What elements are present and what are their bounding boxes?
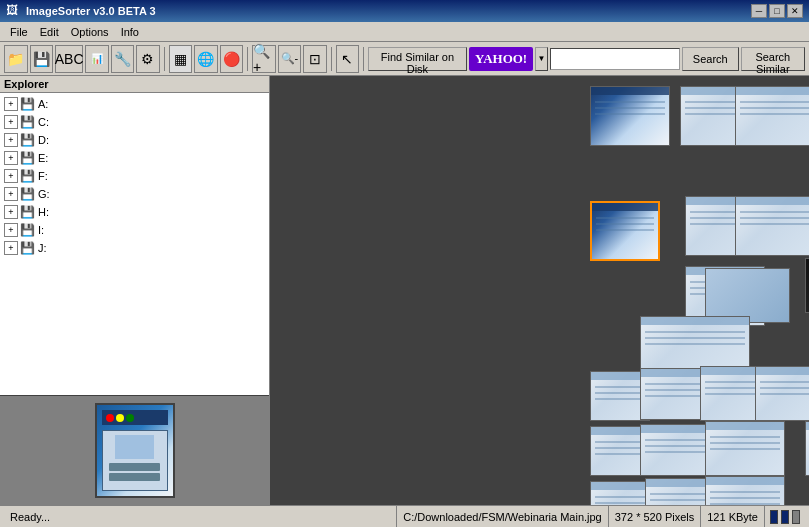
thumbnail-item[interactable]: [590, 201, 660, 261]
view-btn[interactable]: ▦: [169, 45, 193, 73]
title-bar: 🖼 ImageSorter v3.0 BETA 3 ─ □ ✕: [0, 0, 809, 22]
menu-edit[interactable]: Edit: [34, 24, 65, 40]
tree-item-drive-F[interactable]: +💾F:: [2, 167, 267, 185]
yahoo-search-container: YAHOO! ▼ Search Search Similar: [469, 47, 805, 71]
tree-item-drive-A[interactable]: +💾A:: [2, 95, 267, 113]
tree-item-drive-E[interactable]: +💾E:: [2, 149, 267, 167]
tree-item-drive-D[interactable]: +💾D:: [2, 131, 267, 149]
sidebar: Explorer +💾A:+💾C:+💾D:+💾E:+💾F:+💾G:+💾H:+💾I…: [0, 76, 270, 505]
yahoo-logo: YAHOO!: [469, 47, 533, 71]
status-dimensions: 372 * 520 Pixels: [609, 506, 702, 527]
fit-btn[interactable]: ⊡: [303, 45, 327, 73]
globe-btn[interactable]: 🌐: [194, 45, 218, 73]
menu-file[interactable]: File: [4, 24, 34, 40]
tree-item-drive-G[interactable]: +💾G:: [2, 185, 267, 203]
yahoo-dropdown[interactable]: ▼: [535, 47, 548, 71]
tool3-button[interactable]: 🔧: [111, 45, 135, 73]
thumbnail-item[interactable]: [705, 421, 785, 476]
main-area: Explorer +💾A:+💾C:+💾D:+💾E:+💾F:+💾G:+💾H:+💾I…: [0, 76, 809, 505]
thumbnails-container: REZQREZQREZQ: [270, 76, 809, 505]
search-similar-button[interactable]: Search Similar: [741, 47, 805, 71]
thumbnail-item[interactable]: [590, 86, 670, 146]
zoom-in-btn[interactable]: 🔍+: [252, 45, 276, 73]
status-bar: Ready... C:/Downloaded/FSM/Webinaria Mai…: [0, 505, 809, 527]
search-input[interactable]: [550, 48, 680, 70]
chart-button[interactable]: 📊: [85, 45, 109, 73]
status-ready: Ready...: [4, 506, 397, 527]
image-area[interactable]: REZQREZQREZQ: [270, 76, 809, 505]
separator-2: [247, 47, 248, 71]
open-button[interactable]: 📁: [4, 45, 28, 73]
tree-item-drive-C[interactable]: +💾C:: [2, 113, 267, 131]
separator-3: [331, 47, 332, 71]
status-indicators: [765, 506, 805, 527]
close-button[interactable]: ✕: [787, 4, 803, 18]
circle-btn[interactable]: 🔴: [220, 45, 244, 73]
text-button[interactable]: ABC: [55, 45, 83, 73]
tree-item-drive-I[interactable]: +💾I:: [2, 221, 267, 239]
separator-4: [363, 47, 364, 71]
thumbnail-item[interactable]: [640, 316, 750, 371]
menu-bar: File Edit Options Info: [0, 22, 809, 42]
explorer-header: Explorer: [0, 76, 269, 93]
tool4-button[interactable]: ⚙: [136, 45, 160, 73]
thumbnail-item[interactable]: [735, 86, 809, 146]
thumbnail-preview: [95, 403, 175, 498]
toolbar: 📁 💾 ABC 📊 🔧 ⚙ ▦ 🌐 🔴 🔍+ 🔍- ⊡ ↖ Find Simil…: [0, 42, 809, 76]
size-indicator-2: [781, 510, 789, 524]
thumbnail-item[interactable]: [705, 268, 790, 323]
minimize-button[interactable]: ─: [751, 4, 767, 18]
sidebar-thumbnail: [0, 395, 269, 505]
find-similar-disk-button[interactable]: Find Similar on Disk: [368, 47, 467, 71]
pointer-btn[interactable]: ↖: [336, 45, 360, 73]
app-icon: 🖼: [6, 3, 22, 19]
zoom-out-btn[interactable]: 🔍-: [278, 45, 302, 73]
window-controls: ─ □ ✕: [751, 4, 803, 18]
tree-item-drive-H[interactable]: +💾H:: [2, 203, 267, 221]
maximize-button[interactable]: □: [769, 4, 785, 18]
size-indicator-1: [770, 510, 778, 524]
app-title: ImageSorter v3.0 BETA 3: [26, 5, 751, 17]
menu-info[interactable]: Info: [115, 24, 145, 40]
tree-view[interactable]: +💾A:+💾C:+💾D:+💾E:+💾F:+💾G:+💾H:+💾I:+💾J:: [0, 93, 269, 395]
save-button[interactable]: 💾: [30, 45, 54, 73]
menu-options[interactable]: Options: [65, 24, 115, 40]
search-button[interactable]: Search: [682, 47, 739, 71]
thumbnail-item[interactable]: REZQ: [805, 258, 809, 313]
thumbnail-item[interactable]: [805, 421, 809, 476]
separator-1: [164, 47, 165, 71]
thumbnail-item[interactable]: [705, 476, 785, 505]
thumbnail-item[interactable]: [755, 366, 809, 421]
tree-item-drive-J[interactable]: +💾J:: [2, 239, 267, 257]
status-filepath: C:/Downloaded/FSM/Webinaria Main.jpg: [397, 506, 609, 527]
status-filesize: 121 KByte: [701, 506, 765, 527]
size-indicator-3: [792, 510, 800, 524]
thumbnail-item[interactable]: [735, 196, 809, 256]
